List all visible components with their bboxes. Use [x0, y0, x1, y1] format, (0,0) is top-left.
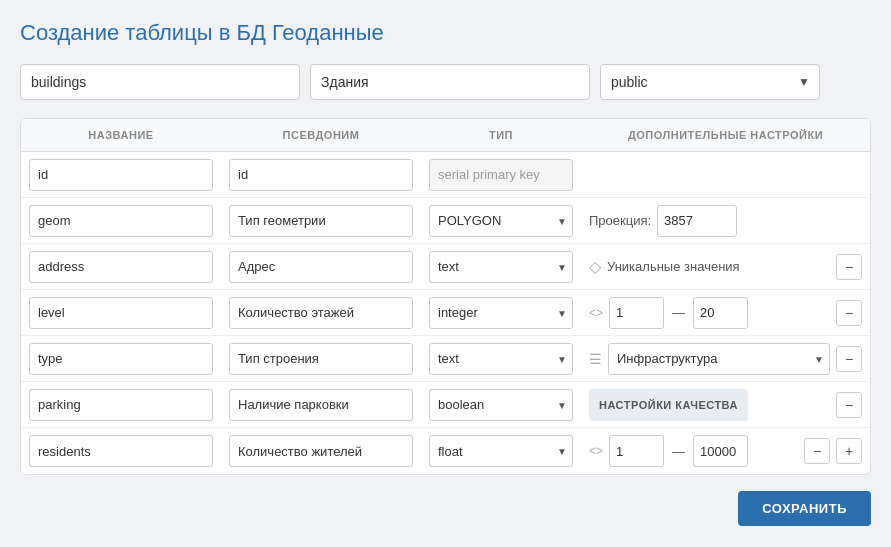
- field-alias-level[interactable]: [229, 297, 413, 329]
- fields-table: НАЗВАНИЕ ПСЕВДОНИМ ТИП ДОПОЛНИТЕЛЬНЫЕ НА…: [20, 118, 871, 475]
- top-row: public private ▼: [20, 64, 871, 100]
- projection-label: Проекция:: [589, 213, 651, 228]
- range-icon: <>: [589, 306, 603, 320]
- cell-extra-parking: НАСТРОЙКИ КАЧЕСТВА −: [581, 389, 870, 421]
- type-select-type-wrap: text integer boolean float ▼: [429, 343, 573, 375]
- remove-type-button[interactable]: −: [836, 346, 862, 372]
- cell-alias-address: [221, 251, 421, 283]
- schema-select[interactable]: public private: [600, 64, 820, 100]
- field-name-geom[interactable]: [29, 205, 213, 237]
- cell-type-parking: boolean text integer float ▼: [421, 389, 581, 421]
- cell-type-geom: POLYGON text integer boolean float ▼: [421, 205, 581, 237]
- table-row: text integer boolean float ▼ ☰ Инфрастру…: [21, 336, 870, 382]
- range-separator: —: [670, 305, 687, 320]
- col-head-name: НАЗВАНИЕ: [21, 129, 221, 141]
- projection-input[interactable]: [657, 205, 737, 237]
- table-row: boolean text integer float ▼ НАСТРОЙКИ К…: [21, 382, 870, 428]
- cell-type-level: integer text boolean float ▼: [421, 297, 581, 329]
- cell-alias-geom: [221, 205, 421, 237]
- type-select-address[interactable]: text integer boolean float: [429, 251, 573, 283]
- cell-alias-parking: [221, 389, 421, 421]
- cell-extra-level: <> — −: [581, 297, 870, 329]
- cell-extra-address: ◇ Уникальные значения −: [581, 254, 870, 280]
- table-name-input[interactable]: [20, 64, 300, 100]
- type-select-level-wrap: integer text boolean float ▼: [429, 297, 573, 329]
- cell-name-level: [21, 297, 221, 329]
- save-button[interactable]: СОХРАНИТЬ: [738, 491, 871, 526]
- table-row: float text integer boolean ▼ <> — − +: [21, 428, 870, 474]
- type-select-type[interactable]: text integer boolean float: [429, 343, 573, 375]
- col-head-extra: ДОПОЛНИТЕЛЬНЫЕ НАСТРОЙКИ: [581, 129, 870, 141]
- field-alias-residents[interactable]: [229, 435, 413, 467]
- type-select-residents-wrap: float text integer boolean ▼: [429, 435, 573, 467]
- cell-extra-geom: Проекция:: [581, 205, 870, 237]
- cell-type-id: [421, 159, 581, 191]
- unique-label: Уникальные значения: [607, 259, 740, 274]
- cell-type-address: text integer boolean float ▼: [421, 251, 581, 283]
- field-name-type[interactable]: [29, 343, 213, 375]
- field-alias-address[interactable]: [229, 251, 413, 283]
- cell-alias-level: [221, 297, 421, 329]
- field-name-residents[interactable]: [29, 435, 213, 467]
- field-name-level[interactable]: [29, 297, 213, 329]
- field-name-id[interactable]: [29, 159, 213, 191]
- col-head-type: ТИП: [421, 129, 581, 141]
- type-select-geom[interactable]: POLYGON text integer boolean float: [429, 205, 573, 237]
- type-select-geom-wrap: POLYGON text integer boolean float ▼: [429, 205, 573, 237]
- cell-name-address: [21, 251, 221, 283]
- dict-select-type[interactable]: Инфраструктура Жилое Коммерческое: [608, 343, 830, 375]
- remove-level-button[interactable]: −: [836, 300, 862, 326]
- table-row: POLYGON text integer boolean float ▼ Про…: [21, 198, 870, 244]
- diamond-icon: ◇: [589, 257, 601, 276]
- table-row: [21, 152, 870, 198]
- range-separator: —: [670, 444, 687, 459]
- cell-name-type: [21, 343, 221, 375]
- cell-name-residents: [21, 435, 221, 467]
- col-head-alias: ПСЕВДОНИМ: [221, 129, 421, 141]
- field-name-address[interactable]: [29, 251, 213, 283]
- table-alias-input[interactable]: [310, 64, 590, 100]
- quality-settings-button[interactable]: НАСТРОЙКИ КАЧЕСТВА: [589, 389, 748, 421]
- field-alias-parking[interactable]: [229, 389, 413, 421]
- bottom-bar: СОХРАНИТЬ: [20, 491, 871, 526]
- cell-name-id: [21, 159, 221, 191]
- cell-type-type: text integer boolean float ▼: [421, 343, 581, 375]
- field-type-id: [429, 159, 573, 191]
- range-min-residents[interactable]: [609, 435, 664, 467]
- table-row: text integer boolean float ▼ ◇ Уникальны…: [21, 244, 870, 290]
- table-row: integer text boolean float ▼ <> — −: [21, 290, 870, 336]
- range-max-level[interactable]: [693, 297, 748, 329]
- cell-extra-residents: <> — − +: [581, 435, 870, 467]
- cell-alias-residents: [221, 435, 421, 467]
- cell-alias-id: [221, 159, 421, 191]
- type-select-level[interactable]: integer text boolean float: [429, 297, 573, 329]
- remove-address-button[interactable]: −: [836, 254, 862, 280]
- cell-name-parking: [21, 389, 221, 421]
- type-select-parking[interactable]: boolean text integer float: [429, 389, 573, 421]
- add-residents-button[interactable]: +: [836, 438, 862, 464]
- schema-select-wrap: public private ▼: [600, 64, 820, 100]
- cell-extra-type: ☰ Инфраструктура Жилое Коммерческое ▼ −: [581, 343, 870, 375]
- dict-select-wrap: Инфраструктура Жилое Коммерческое ▼: [608, 343, 830, 375]
- cell-type-residents: float text integer boolean ▼: [421, 435, 581, 467]
- range-min-level[interactable]: [609, 297, 664, 329]
- range-icon: <>: [589, 444, 603, 458]
- remove-parking-button[interactable]: −: [836, 392, 862, 418]
- field-alias-type[interactable]: [229, 343, 413, 375]
- field-alias-id[interactable]: [229, 159, 413, 191]
- field-name-parking[interactable]: [29, 389, 213, 421]
- type-select-address-wrap: text integer boolean float ▼: [429, 251, 573, 283]
- type-select-parking-wrap: boolean text integer float ▼: [429, 389, 573, 421]
- table-header: НАЗВАНИЕ ПСЕВДОНИМ ТИП ДОПОЛНИТЕЛЬНЫЕ НА…: [21, 119, 870, 152]
- field-alias-geom[interactable]: [229, 205, 413, 237]
- remove-residents-button[interactable]: −: [804, 438, 830, 464]
- page-title: Создание таблицы в БД Геоданные: [20, 20, 871, 46]
- list-icon: ☰: [589, 351, 602, 367]
- range-max-residents[interactable]: [693, 435, 748, 467]
- cell-name-geom: [21, 205, 221, 237]
- type-select-residents[interactable]: float text integer boolean: [429, 435, 573, 467]
- cell-alias-type: [221, 343, 421, 375]
